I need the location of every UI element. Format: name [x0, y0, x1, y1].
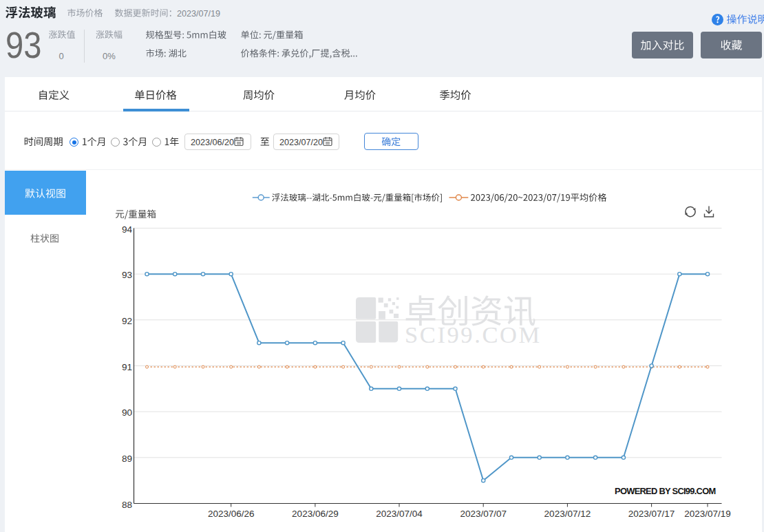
svg-text:90: 90 [122, 407, 133, 418]
svg-text:2023/07/19: 2023/07/19 [684, 509, 731, 519]
svg-text:2023/07/12: 2023/07/12 [544, 509, 591, 519]
svg-text:2023/07/04: 2023/07/04 [376, 509, 423, 519]
svg-text:93: 93 [122, 270, 132, 280]
svg-text:91: 91 [122, 362, 132, 372]
svg-text:2023/06/29: 2023/06/29 [292, 509, 339, 519]
svg-text:88: 88 [122, 500, 132, 510]
svg-text:92: 92 [122, 316, 132, 326]
svg-text:2023/07/07: 2023/07/07 [460, 509, 507, 519]
svg-text:89: 89 [122, 454, 132, 464]
svg-text:2023/07/17: 2023/07/17 [628, 509, 675, 519]
svg-text:94: 94 [122, 224, 133, 235]
svg-text:2023/06/26: 2023/06/26 [208, 509, 255, 519]
